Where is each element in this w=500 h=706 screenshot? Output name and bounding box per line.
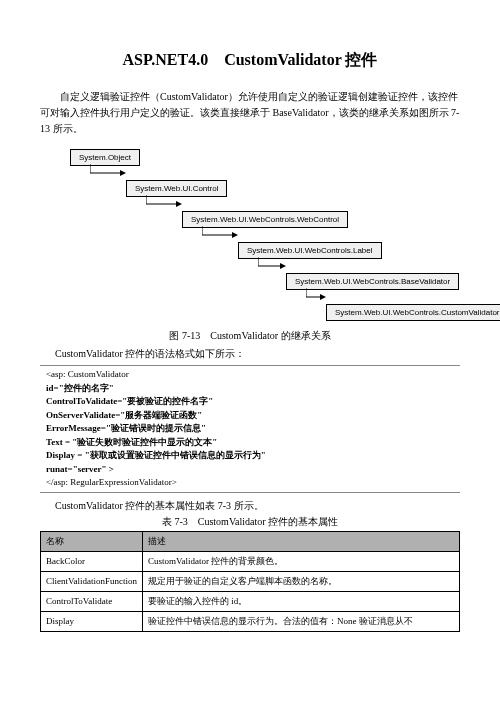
table-row: BackColorCustomValidator 控件的背景颜色。: [41, 551, 460, 571]
table-row: Display验证控件中错误信息的显示行为。合法的值有：None 验证消息从不: [41, 611, 460, 631]
svg-marker-2: [232, 232, 238, 238]
table-row: ControlToValidate要验证的输入控件的 id。: [41, 591, 460, 611]
code-line: </asp: RegularExpressionValidator>: [40, 476, 460, 490]
svg-marker-0: [120, 170, 126, 176]
svg-marker-3: [280, 263, 286, 269]
syntax-intro: CustomValidator 控件的语法格式如下所示：: [40, 347, 460, 361]
svg-marker-1: [176, 201, 182, 207]
inheritance-diagram: System.Object System.Web.UI.Control Syst…: [40, 149, 460, 321]
page-title: ASP.NET4.0 CustomValidator 控件: [40, 50, 460, 71]
node-customvalidator: System.Web.UI.WebControls.CustomValidato…: [326, 304, 500, 321]
code-line: Text = "验证失败时验证控件中显示的文本": [40, 436, 460, 450]
properties-table: 名称 描述 BackColorCustomValidator 控件的背景颜色。 …: [40, 531, 460, 632]
intro-paragraph: 自定义逻辑验证控件（CustomValidator）允许使用自定义的验证逻辑创建…: [40, 89, 460, 137]
code-line: Display = "获取或设置验证控件中错误信息的显示行为": [40, 449, 460, 463]
svg-marker-4: [320, 294, 326, 300]
code-block: <asp: CustomValidator id="控件的名字" Control…: [40, 365, 460, 493]
code-line: ErrorMessage="验证错误时的提示信息": [40, 422, 460, 436]
table-caption: 表 7-3 CustomValidator 控件的基本属性: [40, 515, 460, 529]
table-row: ClientValidationFunction规定用于验证的自定义客户端脚本函…: [41, 571, 460, 591]
th-name: 名称: [41, 531, 143, 551]
table-intro: CustomValidator 控件的基本属性如表 7-3 所示。: [40, 499, 460, 513]
code-line: runat="server" >: [40, 463, 460, 477]
code-line: ControlToValidate="要被验证的控件名字": [40, 395, 460, 409]
th-desc: 描述: [143, 531, 460, 551]
code-line: OnServerValidate="服务器端验证函数": [40, 409, 460, 423]
figure-caption: 图 7-13 CustomValidator 的继承关系: [40, 329, 460, 343]
code-line: id="控件的名字": [40, 382, 460, 396]
code-line: <asp: CustomValidator: [40, 368, 460, 382]
